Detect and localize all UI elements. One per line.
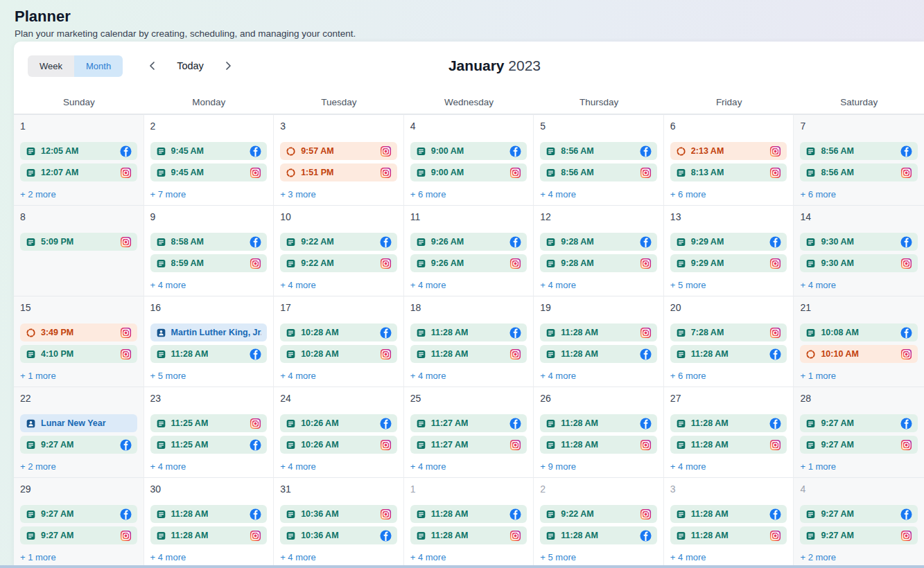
more-link[interactable]: + 4 more	[670, 461, 706, 472]
more-link[interactable]: + 1 more	[800, 371, 836, 381]
event-chip[interactable]: 11:28 AM	[540, 414, 657, 432]
event-chip[interactable]: 11:25 AM	[150, 436, 268, 454]
day-cell[interactable]: 7 8:56 AM 8:56 AM + 6 more	[794, 114, 924, 205]
event-chip[interactable]: 11:28 AM	[670, 526, 787, 544]
event-chip[interactable]: 12:05 AM	[20, 142, 137, 160]
event-chip[interactable]: 4:10 PM	[20, 345, 137, 363]
event-chip[interactable]: 12:07 AM	[20, 163, 137, 181]
day-cell[interactable]: 25 11:27 AM 11:27 AM + 4 more	[404, 387, 534, 477]
event-chip[interactable]: 11:28 AM	[410, 526, 528, 544]
event-chip[interactable]: 8:13 AM	[670, 163, 787, 181]
event-chip[interactable]: 9:29 AM	[670, 233, 787, 251]
more-link[interactable]: + 4 more	[280, 461, 316, 472]
event-chip[interactable]: 9:26 AM	[410, 233, 528, 251]
event-chip[interactable]: 9:26 AM	[410, 254, 528, 272]
more-link[interactable]: + 5 more	[670, 280, 706, 290]
day-cell[interactable]: 18 11:28 AM 11:28 AM + 4 more	[404, 296, 534, 387]
month-view-button[interactable]: Month	[74, 55, 123, 77]
event-chip[interactable]: 7:28 AM	[670, 323, 787, 341]
horizontal-scrollbar[interactable]	[0, 565, 924, 568]
day-cell[interactable]: 20 7:28 AM 11:28 AM + 6 more	[664, 296, 794, 387]
event-chip[interactable]: 11:28 AM	[150, 345, 268, 363]
day-cell[interactable]: 29 9:27 AM 9:27 AM + 1 more	[14, 477, 144, 568]
day-cell[interactable]: 12 9:28 AM 9:28 AM + 4 more	[534, 205, 664, 296]
event-chip[interactable]: 11:28 AM	[540, 436, 657, 454]
event-chip[interactable]: 9:27 AM	[800, 526, 918, 544]
event-chip[interactable]: 9:22 AM	[280, 254, 397, 272]
day-cell[interactable]: 5 8:56 AM 8:56 AM + 4 more	[534, 114, 664, 205]
more-link[interactable]: + 6 more	[410, 189, 446, 199]
day-cell[interactable]: 2 9:45 AM 9:45 AM + 7 more	[144, 114, 274, 205]
today-button[interactable]: Today	[177, 60, 204, 71]
day-cell[interactable]: 30 11:28 AM 11:28 AM + 4 more	[144, 477, 274, 568]
next-month-button[interactable]	[219, 58, 237, 73]
day-cell[interactable]: 28 9:27 AM 9:27 AM + 1 more	[794, 387, 924, 477]
more-link[interactable]: + 2 more	[20, 461, 56, 472]
event-chip[interactable]: 9:22 AM	[540, 505, 657, 523]
more-link[interactable]: + 4 more	[410, 371, 446, 381]
event-chip[interactable]: 10:28 AM	[280, 345, 397, 363]
event-chip[interactable]: 8:56 AM	[800, 142, 918, 160]
event-chip[interactable]: 9:28 AM	[540, 254, 657, 272]
event-chip[interactable]: Lunar New Year	[20, 414, 137, 432]
event-chip[interactable]: 8:56 AM	[540, 163, 657, 181]
event-chip[interactable]: 11:28 AM	[410, 345, 528, 363]
event-chip[interactable]: 2:13 AM	[670, 142, 787, 160]
more-link[interactable]: + 4 more	[540, 280, 576, 290]
event-chip[interactable]: Martin Luther King, Jr. Day	[150, 323, 268, 341]
more-link[interactable]: + 4 more	[280, 552, 316, 562]
event-chip[interactable]: 10:10 AM	[800, 345, 918, 363]
day-cell[interactable]: 3 9:57 AM 1:51 PM + 3 more	[274, 114, 404, 205]
event-chip[interactable]: 11:28 AM	[670, 345, 787, 363]
day-cell[interactable]: 24 10:26 AM 10:26 AM + 4 more	[274, 387, 404, 477]
event-chip[interactable]: 11:28 AM	[150, 505, 268, 523]
event-chip[interactable]: 9:45 AM	[150, 142, 268, 160]
event-chip[interactable]: 11:28 AM	[150, 526, 268, 544]
more-link[interactable]: + 5 more	[150, 371, 186, 381]
day-cell[interactable]: 1 12:05 AM 12:07 AM + 2 more	[14, 114, 144, 205]
event-chip[interactable]: 10:26 AM	[280, 414, 397, 432]
event-chip[interactable]: 3:49 PM	[20, 323, 137, 341]
more-link[interactable]: + 7 more	[150, 189, 186, 199]
event-chip[interactable]: 11:28 AM	[670, 505, 787, 523]
more-link[interactable]: + 5 more	[540, 552, 576, 562]
event-chip[interactable]: 9:27 AM	[20, 526, 137, 544]
day-cell[interactable]: 10 9:22 AM 9:22 AM + 4 more	[274, 205, 404, 296]
day-cell[interactable]: 11 9:26 AM 9:26 AM + 4 more	[404, 205, 534, 296]
day-cell[interactable]: 15 3:49 PM 4:10 PM + 1 more	[14, 296, 144, 387]
event-chip[interactable]: 9:27 AM	[20, 436, 137, 454]
more-link[interactable]: + 1 more	[20, 552, 56, 562]
day-cell[interactable]: 23 11:25 AM 11:25 AM + 4 more	[144, 387, 274, 477]
event-chip[interactable]: 9:45 AM	[150, 163, 268, 181]
week-view-button[interactable]: Week	[28, 55, 74, 77]
more-link[interactable]: + 2 more	[800, 552, 836, 562]
more-link[interactable]: + 9 more	[540, 461, 576, 472]
day-cell[interactable]: 3 11:28 AM 11:28 AM + 4 more	[664, 477, 794, 568]
event-chip[interactable]: 10:36 AM	[280, 505, 397, 523]
event-chip[interactable]: 11:28 AM	[410, 323, 528, 341]
event-chip[interactable]: 11:28 AM	[670, 414, 787, 432]
event-chip[interactable]: 11:27 AM	[410, 436, 528, 454]
day-cell[interactable]: 26 11:28 AM 11:28 AM + 9 more	[534, 387, 664, 477]
more-link[interactable]: + 4 more	[150, 552, 186, 562]
day-cell[interactable]: 4 9:00 AM 9:00 AM + 6 more	[404, 114, 534, 205]
event-chip[interactable]: 9:28 AM	[540, 233, 657, 251]
more-link[interactable]: + 1 more	[800, 461, 836, 472]
more-link[interactable]: + 4 more	[540, 189, 576, 199]
more-link[interactable]: + 4 more	[410, 461, 446, 472]
event-chip[interactable]: 10:36 AM	[280, 526, 397, 544]
day-cell[interactable]: 31 10:36 AM 10:36 AM + 4 more	[274, 477, 404, 568]
event-chip[interactable]: 9:30 AM	[800, 254, 918, 272]
day-cell[interactable]: 27 11:28 AM 11:28 AM + 4 more	[664, 387, 794, 477]
event-chip[interactable]: 11:28 AM	[670, 436, 787, 454]
day-cell[interactable]: 4 9:27 AM 9:27 AM + 2 more	[794, 477, 924, 568]
event-chip[interactable]: 9:22 AM	[280, 233, 397, 251]
more-link[interactable]: + 2 more	[20, 189, 56, 199]
day-cell[interactable]: 17 10:28 AM 10:28 AM + 4 more	[274, 296, 404, 387]
day-cell[interactable]: 1 11:28 AM 11:28 AM + 4 more	[404, 477, 534, 568]
event-chip[interactable]: 9:27 AM	[800, 414, 918, 432]
event-chip[interactable]: 5:09 PM	[20, 233, 137, 251]
more-link[interactable]: + 6 more	[800, 189, 836, 199]
event-chip[interactable]: 10:26 AM	[280, 436, 397, 454]
more-link[interactable]: + 4 more	[280, 371, 316, 381]
